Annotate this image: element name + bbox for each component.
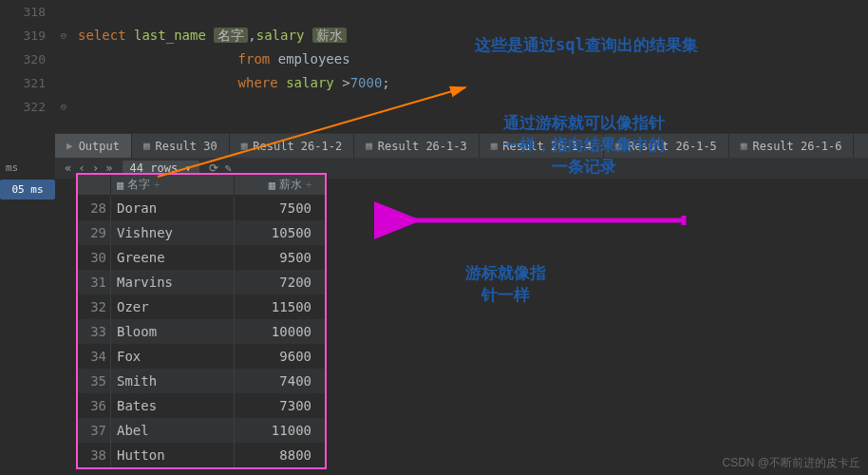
annotation-cursor-pointer: 游标就像指针一样	[465, 262, 546, 306]
tab-label: Result 26-1-2	[253, 140, 342, 153]
line-number: 320	[0, 48, 46, 71]
cell-name: Smith	[110, 369, 234, 393]
timing-strip: ms 05 ms	[0, 158, 55, 200]
timing-value: 05 ms	[0, 180, 55, 200]
tab-label: Result 30	[156, 140, 217, 153]
cell-salary: 9600	[234, 344, 325, 369]
row-index: 38	[78, 443, 110, 467]
cell-name: Marvins	[110, 270, 234, 294]
watermark: CSDN @不断前进的皮卡丘	[722, 455, 860, 471]
tab-label: Output	[79, 140, 120, 153]
cell-salary: 7300	[234, 393, 325, 418]
row-index: 36	[78, 393, 110, 418]
cell-salary: 7200	[234, 270, 325, 294]
result-rows: 28Doran750029Vishney1050030Greene950031M…	[78, 196, 325, 467]
grid-icon: ▦	[366, 140, 372, 152]
row-index: 32	[78, 294, 110, 319]
line-number: 321	[0, 71, 46, 95]
tab-label: Result 26-1-6	[752, 140, 841, 153]
annotation-cursor-desc: 通过游标就可以像指针一样，指向结果集中的一条记录	[503, 112, 665, 178]
table-row[interactable]: 32Ozer11500	[78, 294, 325, 319]
cell-salary: 11000	[234, 418, 325, 443]
grid-icon: ▦	[491, 140, 498, 152]
table-row[interactable]: 36Bates7300	[78, 393, 325, 418]
table-row[interactable]: 33Bloom10000	[78, 319, 325, 344]
table-row[interactable]: 35Smith7400	[78, 369, 325, 393]
cell-name: Ozer	[110, 294, 234, 319]
result-grid[interactable]: ▦ 名字 ÷ ▦ 薪水 ÷ 28Doran750029Vishney105003…	[76, 173, 327, 469]
table-row[interactable]: 28Doran7500	[78, 196, 325, 220]
table-row[interactable]: 31Marvins7200	[78, 270, 325, 294]
tab-result[interactable]: ▦Result 26-1-3	[354, 134, 480, 159]
cell-salary: 11500	[234, 294, 325, 319]
grid-icon: ▦	[741, 140, 747, 152]
cell-name: Hutton	[110, 443, 234, 467]
cell-name: Doran	[110, 196, 234, 220]
annotation-result-set: 这些是通过sql查询出的结果集	[475, 34, 698, 56]
line-gutter: 318 319 320 321 322	[0, 0, 55, 119]
line-number: 318	[0, 0, 46, 24]
cell-salary: 10500	[234, 220, 325, 245]
table-row[interactable]: 37Abel11000	[78, 418, 325, 443]
row-index: 35	[78, 369, 110, 393]
table-row[interactable]: 34Fox9600	[78, 344, 325, 369]
line-number: 319	[0, 24, 46, 48]
cell-salary: 7400	[234, 369, 325, 393]
cell-name: Vishney	[110, 220, 234, 245]
row-index: 34	[78, 344, 110, 369]
cell-name: Bloom	[110, 319, 234, 344]
tab-output[interactable]: ▶Output	[55, 134, 132, 159]
output-icon: ▶	[66, 140, 73, 152]
fold-gutter: ⊖ ⊖	[57, 0, 70, 119]
tab-result[interactable]: ▦Result 26-1-2	[230, 134, 355, 159]
row-index: 37	[78, 418, 110, 443]
cell-name: Fox	[110, 344, 234, 369]
result-tabbar: ▶Output ▦Result 30 ▦Result 26-1-2 ▦Resul…	[55, 133, 868, 158]
cell-name: Greene	[110, 245, 234, 270]
code-area[interactable]: select last_name 名字,salary 薪水 from emplo…	[0, 0, 868, 119]
cell-salary: 9500	[234, 245, 325, 270]
row-index: 28	[78, 196, 110, 220]
cell-name: Abel	[110, 418, 234, 443]
result-header: ▦ 名字 ÷ ▦ 薪水 ÷	[78, 175, 325, 196]
grid-icon: ▦	[241, 140, 248, 152]
row-index: 29	[78, 220, 110, 245]
tab-result[interactable]: ▦Result 26-1-6	[729, 134, 855, 159]
cell-salary: 10000	[234, 319, 325, 344]
col-header-salary[interactable]: ▦ 薪水 ÷	[234, 175, 325, 195]
table-row[interactable]: 38Hutton8800	[78, 443, 325, 467]
grid-icon: ▦	[143, 140, 150, 152]
ms-label: ms	[0, 158, 55, 178]
tab-label: Result 26-1-3	[378, 140, 467, 153]
table-row[interactable]: 29Vishney10500	[78, 220, 325, 245]
cell-salary: 7500	[234, 196, 325, 220]
code-editor[interactable]: 318 319 320 321 322 ⊖ ⊖ select last_name…	[0, 0, 868, 119]
line-number: 322	[0, 95, 46, 119]
table-row[interactable]: 30Greene9500	[78, 245, 325, 270]
col-header-name[interactable]: ▦ 名字 ÷	[110, 175, 234, 195]
row-index: 31	[78, 270, 110, 294]
cell-salary: 8800	[234, 443, 325, 467]
row-index: 30	[78, 245, 110, 270]
tab-result[interactable]: ▦Result 30	[132, 134, 230, 159]
cell-name: Bates	[110, 393, 234, 418]
row-index: 33	[78, 319, 110, 344]
